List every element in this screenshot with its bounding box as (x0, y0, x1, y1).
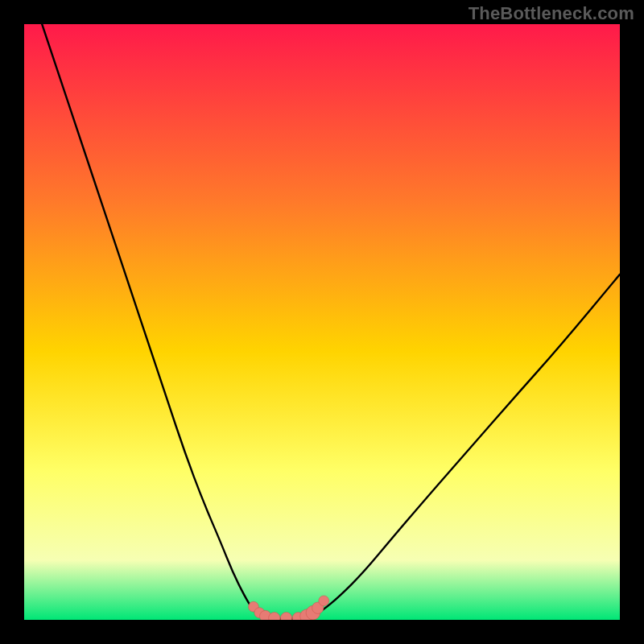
trough-marker (319, 596, 329, 606)
curve-layer (24, 24, 620, 620)
bottleneck-curve (42, 24, 620, 619)
chart-frame: TheBottleneck.com (0, 0, 644, 644)
trough-markers (249, 596, 329, 620)
plot-area (24, 24, 620, 620)
watermark-text: TheBottleneck.com (469, 3, 634, 24)
trough-marker (280, 613, 291, 620)
